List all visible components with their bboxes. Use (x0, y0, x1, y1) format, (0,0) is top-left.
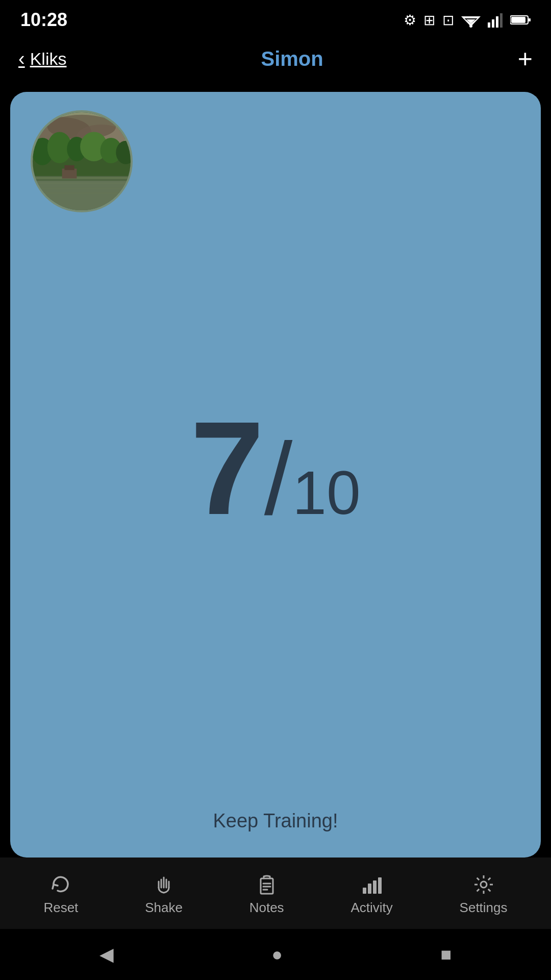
app-icon-2: ⊡ (442, 12, 454, 29)
reset-icon (49, 873, 72, 896)
system-home-button[interactable]: ● (271, 944, 283, 965)
back-chevron-icon: ‹ (18, 48, 25, 70)
add-button[interactable]: + (518, 46, 533, 71)
system-back-button[interactable]: ◀ (99, 944, 114, 965)
settings-system-icon: ⚙ (404, 12, 416, 29)
status-time: 10:28 (20, 9, 67, 31)
nav-label-shake: Shake (145, 900, 183, 916)
nav-label-reset: Reset (43, 900, 78, 916)
score-slash: / (264, 428, 293, 530)
system-recent-button[interactable]: ■ (441, 944, 452, 965)
status-icons: ⚙ ⊞ ⊡ (404, 12, 531, 29)
avatar-image (33, 110, 131, 212)
svg-rect-6 (496, 16, 498, 28)
gear-icon (472, 873, 495, 896)
bottom-nav: Reset Shake Notes Activ (0, 857, 551, 929)
nav-label-settings: Settings (460, 900, 508, 916)
svg-rect-25 (33, 177, 131, 179)
svg-rect-35 (363, 888, 366, 894)
app-icon-1: ⊞ (423, 12, 435, 29)
back-button[interactable]: ‹ Kliks (18, 48, 66, 70)
nav-item-reset[interactable]: Reset (43, 873, 78, 916)
wifi-icon (461, 12, 481, 28)
page-title: Simon (261, 47, 323, 70)
motivation-text: Keep Training! (213, 810, 338, 832)
main-card: 7 / 10 Keep Training! (10, 92, 541, 857)
battery-icon (510, 14, 531, 26)
svg-rect-5 (492, 19, 494, 28)
signal-icon (488, 12, 503, 28)
score-display: 7 / 10 (190, 402, 361, 534)
back-label: Kliks (30, 49, 67, 69)
svg-rect-9 (511, 17, 525, 23)
score-total: 10 (292, 462, 360, 523)
clipboard-icon (256, 873, 278, 896)
svg-rect-10 (529, 18, 531, 21)
nav-item-notes[interactable]: Notes (249, 873, 284, 916)
avatar (31, 110, 133, 212)
nav-item-shake[interactable]: Shake (145, 873, 183, 916)
svg-rect-7 (500, 13, 503, 28)
nav-item-settings[interactable]: Settings (460, 873, 508, 916)
nav-item-activity[interactable]: Activity (350, 873, 392, 916)
svg-point-39 (481, 881, 487, 888)
score-value: 7 (190, 402, 264, 534)
top-nav: ‹ Kliks Simon + (0, 36, 551, 82)
svg-point-3 (469, 24, 472, 28)
svg-rect-38 (378, 877, 382, 894)
system-nav: ◀ ● ■ (0, 929, 551, 980)
nav-label-activity: Activity (350, 900, 392, 916)
activity-chart-icon (361, 873, 383, 896)
hand-icon (153, 873, 175, 896)
svg-rect-4 (488, 22, 490, 28)
svg-rect-27 (64, 165, 74, 170)
status-bar: 10:28 ⚙ ⊞ ⊡ (0, 0, 551, 36)
svg-rect-36 (368, 884, 371, 894)
nav-label-notes: Notes (249, 900, 284, 916)
svg-rect-37 (373, 880, 377, 894)
